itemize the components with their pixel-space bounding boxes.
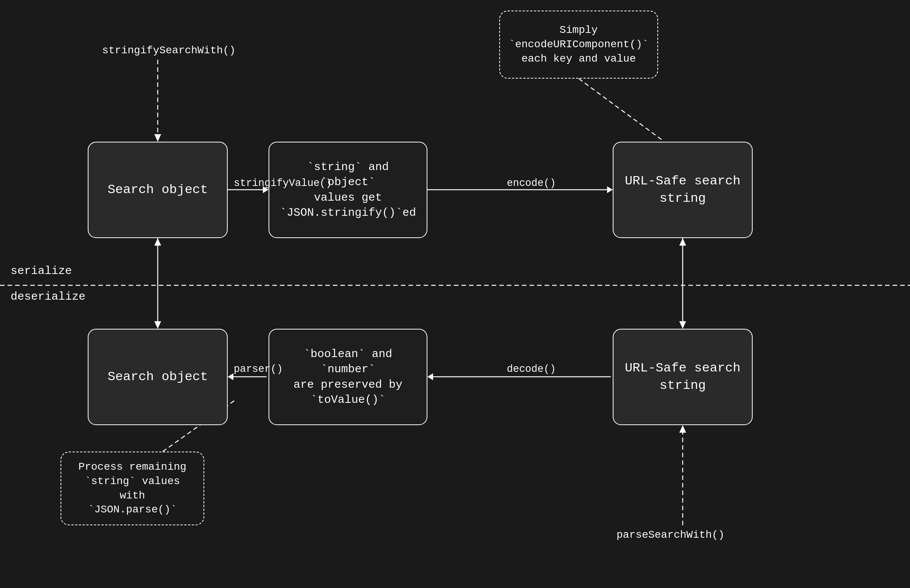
svg-marker-13: [154, 321, 161, 329]
url-safe-top-label: URL-Safe searchstring: [625, 173, 740, 207]
tooltip-top-node: Simply`encodeURIComponent()`each key and…: [499, 11, 658, 79]
tooltip-bottom-label: Process remaining`string` values with`JS…: [70, 460, 195, 517]
stringify-middle-label: `string` and `object`values get`JSON.str…: [278, 160, 418, 221]
parser-label: parser(): [234, 363, 283, 375]
search-object-bottom-label: Search object: [107, 368, 208, 386]
encode-label: encode(): [507, 178, 556, 189]
diagram: Search object `string` and `object`value…: [0, 0, 910, 588]
svg-marker-6: [607, 186, 613, 193]
parse-search-with-label: parseSearchWith(): [617, 529, 725, 541]
svg-line-7: [579, 79, 662, 140]
svg-marker-17: [228, 373, 233, 380]
url-safe-top-node: URL-Safe searchstring: [613, 142, 753, 238]
svg-marker-10: [679, 321, 686, 329]
tooltip-top-label: Simply`encodeURIComponent()`each key and…: [509, 23, 649, 66]
search-object-bottom-node: Search object: [88, 329, 228, 425]
boolean-middle-node: `boolean` and `number`are preserved by`t…: [269, 329, 427, 425]
svg-marker-15: [427, 373, 433, 380]
svg-marker-9: [679, 238, 686, 246]
svg-marker-19: [679, 425, 686, 433]
search-object-top-label: Search object: [107, 181, 208, 199]
svg-marker-12: [154, 238, 161, 246]
search-object-top-node: Search object: [88, 142, 228, 238]
url-safe-bottom-label: URL-Safe searchstring: [625, 360, 740, 394]
stringify-search-with-label: stringifySearchWith(): [102, 45, 236, 56]
boolean-middle-label: `boolean` and `number`are preserved by`t…: [278, 347, 418, 408]
decode-label: decode(): [507, 363, 556, 375]
serialize-label: serialize: [11, 265, 72, 277]
stringify-middle-node: `string` and `object`values get`JSON.str…: [269, 142, 427, 238]
url-safe-bottom-node: URL-Safe searchstring: [613, 329, 753, 425]
deserialize-label: deserialize: [11, 290, 86, 303]
svg-marker-2: [154, 134, 161, 142]
stringify-value-label: stringifyValue(): [234, 178, 332, 189]
tooltip-bottom-node: Process remaining`string` values with`JS…: [60, 452, 204, 525]
